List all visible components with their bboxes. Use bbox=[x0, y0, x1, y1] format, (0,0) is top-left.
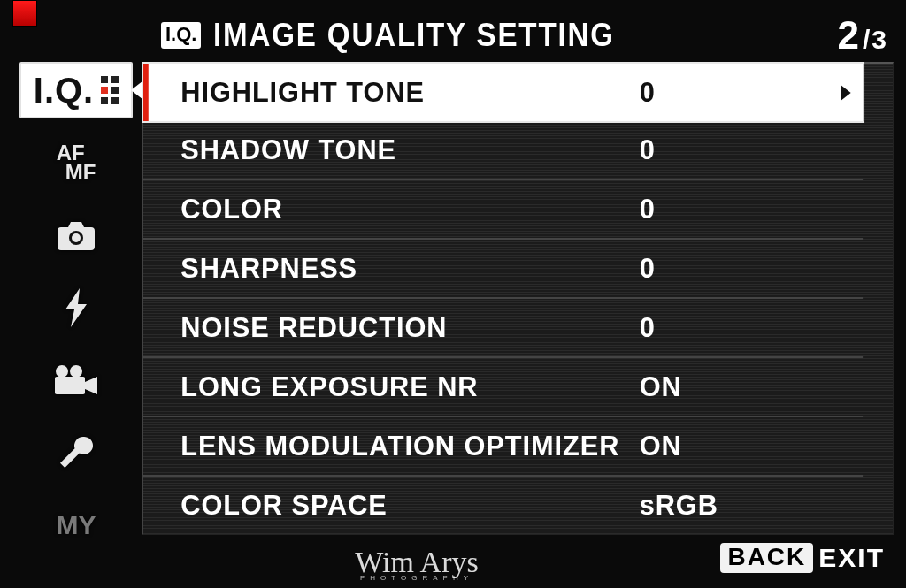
menu-item-color[interactable]: COLOR 0 bbox=[143, 180, 863, 240]
menu-item-color-space[interactable]: COLOR SPACE sRGB bbox=[143, 477, 863, 534]
category-sidebar: I.Q. AFMF bbox=[11, 9, 142, 577]
sidebar-items: I.Q. AFMF bbox=[11, 62, 142, 554]
svg-point-2 bbox=[56, 365, 68, 378]
setting-value: ON bbox=[640, 370, 682, 403]
page-total: /3 bbox=[863, 25, 888, 55]
setting-label: NOISE REDUCTION bbox=[180, 311, 639, 344]
exit-label: EXIT bbox=[818, 543, 885, 573]
grid-icon bbox=[101, 76, 119, 104]
setting-label: COLOR SPACE bbox=[180, 489, 639, 522]
setting-value: 0 bbox=[640, 193, 656, 225]
iq-label: I.Q. bbox=[34, 71, 94, 111]
setting-value: ON bbox=[640, 430, 682, 462]
setting-label: SHADOW TONE bbox=[180, 134, 639, 166]
svg-rect-4 bbox=[55, 377, 85, 394]
movie-icon bbox=[53, 364, 99, 396]
setting-label: LENS MODULATION OPTIMIZER bbox=[180, 430, 639, 462]
page-title: IMAGE QUALITY SETTING bbox=[213, 17, 615, 54]
sidebar-item-setup[interactable] bbox=[19, 424, 133, 481]
sidebar-item-flash[interactable] bbox=[19, 279, 133, 336]
page-current: 2 bbox=[837, 13, 860, 57]
menu-header: I.Q. IMAGE QUALITY SETTING 2 /3 bbox=[142, 9, 894, 62]
setting-value: 0 bbox=[640, 252, 656, 285]
page-indicator: 2 /3 bbox=[837, 13, 888, 57]
iq-icon: I.Q. bbox=[34, 71, 119, 111]
sidebar-item-shooting[interactable] bbox=[19, 207, 133, 263]
menu-item-lens-modulation-optimizer[interactable]: LENS MODULATION OPTIMIZER ON bbox=[143, 417, 863, 477]
menu-item-noise-reduction[interactable]: NOISE REDUCTION 0 bbox=[143, 299, 863, 358]
my-menu-icon: MY bbox=[57, 510, 96, 540]
camera-icon bbox=[56, 218, 96, 252]
menu-item-highlight-tone[interactable]: HIGHLIGHT TONE 0 bbox=[143, 64, 863, 121]
menu-item-long-exposure-nr[interactable]: LONG EXPOSURE NR ON bbox=[143, 358, 863, 417]
svg-point-1 bbox=[72, 233, 81, 242]
setting-value: sRGB bbox=[640, 489, 718, 522]
chevron-right-icon bbox=[841, 85, 851, 101]
setting-label: SHARPNESS bbox=[180, 252, 639, 285]
setting-label: HIGHLIGHT TONE bbox=[180, 76, 639, 109]
setting-label: LONG EXPOSURE NR bbox=[180, 370, 639, 403]
settings-list: HIGHLIGHT TONE 0 SHADOW TONE 0 COLOR 0 S… bbox=[142, 62, 894, 535]
setting-value: 0 bbox=[640, 311, 656, 344]
setting-value: 0 bbox=[640, 134, 656, 166]
sidebar-item-my[interactable]: MY bbox=[19, 497, 133, 554]
sidebar-item-iq[interactable]: I.Q. bbox=[19, 62, 133, 118]
sidebar-accent bbox=[12, 0, 37, 27]
menu-item-sharpness[interactable]: SHARPNESS 0 bbox=[143, 240, 863, 299]
sidebar-item-movie[interactable] bbox=[19, 352, 133, 409]
setting-value: 0 bbox=[640, 76, 656, 109]
sidebar-item-afmf[interactable]: AFMF bbox=[19, 134, 133, 191]
header-iq-badge: I.Q. bbox=[161, 22, 201, 49]
flash-icon bbox=[62, 288, 90, 327]
back-button[interactable]: BACK bbox=[720, 543, 813, 573]
footer-bar: BACK EXIT bbox=[142, 535, 894, 577]
main-panel: I.Q. IMAGE QUALITY SETTING 2 /3 HIGHLIGH… bbox=[142, 9, 894, 577]
camera-menu-screen: I.Q. AFMF bbox=[0, 0, 906, 588]
menu-item-shadow-tone[interactable]: SHADOW TONE 0 bbox=[143, 121, 863, 180]
wrench-icon bbox=[57, 433, 96, 472]
svg-point-3 bbox=[70, 365, 82, 378]
afmf-icon: AFMF bbox=[57, 143, 96, 181]
setting-label: COLOR bbox=[180, 193, 639, 225]
